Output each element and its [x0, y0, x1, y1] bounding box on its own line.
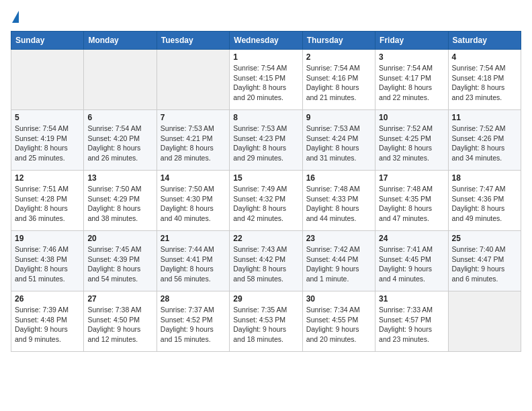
day-info: Sunrise: 7:53 AM Sunset: 4:24 PM Dayligh…	[306, 124, 371, 163]
day-info: Sunrise: 7:45 AM Sunset: 4:39 PM Dayligh…	[87, 244, 152, 284]
day-number: 31	[379, 294, 444, 304]
day-info: Sunrise: 7:42 AM Sunset: 4:44 PM Dayligh…	[306, 244, 371, 284]
column-header-friday: Friday	[375, 32, 448, 50]
day-info: Sunrise: 7:52 AM Sunset: 4:26 PM Dayligh…	[452, 124, 517, 163]
calendar-cell: 1Sunrise: 7:54 AM Sunset: 4:15 PM Daylig…	[230, 50, 302, 110]
day-number: 19	[15, 234, 80, 243]
calendar-table: SundayMondayTuesdayWednesdayThursdayFrid…	[11, 31, 521, 352]
calendar-week-row: 5Sunrise: 7:54 AM Sunset: 4:19 PM Daylig…	[11, 110, 521, 171]
day-info: Sunrise: 7:54 AM Sunset: 4:16 PM Dayligh…	[306, 63, 371, 103]
column-header-thursday: Thursday	[302, 32, 375, 50]
calendar-cell: 4Sunrise: 7:54 AM Sunset: 4:18 PM Daylig…	[448, 50, 521, 110]
day-info: Sunrise: 7:40 AM Sunset: 4:47 PM Dayligh…	[452, 244, 517, 284]
day-number: 17	[379, 173, 444, 183]
calendar-cell: 9Sunrise: 7:53 AM Sunset: 4:24 PM Daylig…	[302, 110, 375, 171]
day-number: 23	[306, 234, 371, 243]
day-number: 4	[452, 52, 517, 62]
calendar-cell	[157, 50, 229, 110]
calendar-cell: 3Sunrise: 7:54 AM Sunset: 4:17 PM Daylig…	[375, 50, 448, 110]
day-info: Sunrise: 7:37 AM Sunset: 4:52 PM Dayligh…	[161, 305, 226, 345]
calendar-cell: 8Sunrise: 7:53 AM Sunset: 4:23 PM Daylig…	[230, 110, 302, 171]
calendar-cell	[84, 50, 157, 110]
day-number: 11	[452, 113, 517, 122]
calendar-cell: 27Sunrise: 7:38 AM Sunset: 4:50 PM Dayli…	[84, 291, 157, 352]
day-info: Sunrise: 7:54 AM Sunset: 4:17 PM Dayligh…	[379, 63, 444, 103]
calendar-cell: 11Sunrise: 7:52 AM Sunset: 4:26 PM Dayli…	[448, 110, 521, 171]
day-number: 30	[306, 294, 371, 304]
day-number: 14	[161, 173, 226, 183]
calendar-cell: 14Sunrise: 7:50 AM Sunset: 4:30 PM Dayli…	[157, 171, 229, 231]
calendar-cell: 2Sunrise: 7:54 AM Sunset: 4:16 PM Daylig…	[302, 50, 375, 110]
day-number: 3	[379, 52, 444, 62]
day-info: Sunrise: 7:54 AM Sunset: 4:19 PM Dayligh…	[15, 124, 80, 163]
column-header-sunday: Sunday	[11, 32, 84, 50]
calendar-cell: 25Sunrise: 7:40 AM Sunset: 4:47 PM Dayli…	[448, 231, 521, 291]
day-info: Sunrise: 7:47 AM Sunset: 4:36 PM Dayligh…	[452, 184, 517, 224]
day-number: 16	[306, 173, 371, 183]
day-info: Sunrise: 7:49 AM Sunset: 4:32 PM Dayligh…	[233, 184, 298, 224]
day-number: 27	[87, 294, 152, 304]
calendar-week-row: 12Sunrise: 7:51 AM Sunset: 4:28 PM Dayli…	[11, 171, 521, 231]
calendar-cell: 21Sunrise: 7:44 AM Sunset: 4:41 PM Dayli…	[157, 231, 229, 291]
day-info: Sunrise: 7:50 AM Sunset: 4:30 PM Dayligh…	[161, 184, 226, 224]
day-info: Sunrise: 7:53 AM Sunset: 4:21 PM Dayligh…	[161, 124, 226, 163]
column-header-wednesday: Wednesday	[230, 32, 302, 50]
calendar-cell: 13Sunrise: 7:50 AM Sunset: 4:29 PM Dayli…	[84, 171, 157, 231]
day-number: 18	[452, 173, 517, 183]
calendar-cell: 6Sunrise: 7:54 AM Sunset: 4:20 PM Daylig…	[84, 110, 157, 171]
calendar-week-row: 1Sunrise: 7:54 AM Sunset: 4:15 PM Daylig…	[11, 50, 521, 110]
calendar-cell: 23Sunrise: 7:42 AM Sunset: 4:44 PM Dayli…	[302, 231, 375, 291]
day-number: 9	[306, 113, 371, 122]
day-number: 7	[161, 113, 226, 122]
day-info: Sunrise: 7:44 AM Sunset: 4:41 PM Dayligh…	[161, 244, 226, 284]
day-info: Sunrise: 7:39 AM Sunset: 4:48 PM Dayligh…	[15, 305, 80, 345]
calendar-cell	[11, 50, 84, 110]
logo-triangle-icon	[12, 11, 19, 23]
column-header-tuesday: Tuesday	[157, 32, 229, 50]
day-info: Sunrise: 7:51 AM Sunset: 4:28 PM Dayligh…	[15, 184, 80, 224]
day-number: 22	[233, 234, 298, 243]
day-number: 6	[87, 113, 152, 122]
day-number: 26	[15, 294, 80, 304]
calendar-header-row: SundayMondayTuesdayWednesdayThursdayFrid…	[11, 32, 521, 50]
calendar-cell: 22Sunrise: 7:43 AM Sunset: 4:42 PM Dayli…	[230, 231, 302, 291]
day-info: Sunrise: 7:35 AM Sunset: 4:53 PM Dayligh…	[233, 305, 298, 345]
calendar-cell: 26Sunrise: 7:39 AM Sunset: 4:48 PM Dayli…	[11, 291, 84, 352]
day-number: 24	[379, 234, 444, 243]
day-number: 2	[306, 52, 371, 62]
calendar-cell: 17Sunrise: 7:48 AM Sunset: 4:35 PM Dayli…	[375, 171, 448, 231]
day-number: 25	[452, 234, 517, 243]
calendar-week-row: 26Sunrise: 7:39 AM Sunset: 4:48 PM Dayli…	[11, 291, 521, 352]
calendar-cell: 5Sunrise: 7:54 AM Sunset: 4:19 PM Daylig…	[11, 110, 84, 171]
day-number: 10	[379, 113, 444, 122]
day-number: 1	[233, 52, 298, 62]
day-number: 28	[161, 294, 226, 304]
calendar-week-row: 19Sunrise: 7:46 AM Sunset: 4:38 PM Dayli…	[11, 231, 521, 291]
day-info: Sunrise: 7:54 AM Sunset: 4:18 PM Dayligh…	[452, 63, 517, 103]
day-info: Sunrise: 7:54 AM Sunset: 4:15 PM Dayligh…	[233, 63, 298, 103]
day-number: 8	[233, 113, 298, 122]
logo	[11, 11, 16, 23]
day-number: 21	[161, 234, 226, 243]
day-info: Sunrise: 7:46 AM Sunset: 4:38 PM Dayligh…	[15, 244, 80, 284]
day-number: 15	[233, 173, 298, 183]
day-info: Sunrise: 7:50 AM Sunset: 4:29 PM Dayligh…	[87, 184, 152, 224]
calendar-cell: 24Sunrise: 7:41 AM Sunset: 4:45 PM Dayli…	[375, 231, 448, 291]
day-number: 13	[87, 173, 152, 183]
calendar-cell: 12Sunrise: 7:51 AM Sunset: 4:28 PM Dayli…	[11, 171, 84, 231]
calendar-cell: 18Sunrise: 7:47 AM Sunset: 4:36 PM Dayli…	[448, 171, 521, 231]
day-number: 12	[15, 173, 80, 183]
day-info: Sunrise: 7:52 AM Sunset: 4:25 PM Dayligh…	[379, 124, 444, 163]
calendar-cell	[448, 291, 521, 352]
calendar-cell: 30Sunrise: 7:34 AM Sunset: 4:55 PM Dayli…	[302, 291, 375, 352]
calendar-cell: 20Sunrise: 7:45 AM Sunset: 4:39 PM Dayli…	[84, 231, 157, 291]
day-info: Sunrise: 7:48 AM Sunset: 4:33 PM Dayligh…	[306, 184, 371, 224]
day-info: Sunrise: 7:34 AM Sunset: 4:55 PM Dayligh…	[306, 305, 371, 345]
day-info: Sunrise: 7:33 AM Sunset: 4:57 PM Dayligh…	[379, 305, 444, 345]
day-info: Sunrise: 7:43 AM Sunset: 4:42 PM Dayligh…	[233, 244, 298, 284]
calendar-cell: 31Sunrise: 7:33 AM Sunset: 4:57 PM Dayli…	[375, 291, 448, 352]
day-info: Sunrise: 7:53 AM Sunset: 4:23 PM Dayligh…	[233, 124, 298, 163]
calendar-cell: 16Sunrise: 7:48 AM Sunset: 4:33 PM Dayli…	[302, 171, 375, 231]
day-info: Sunrise: 7:41 AM Sunset: 4:45 PM Dayligh…	[379, 244, 444, 284]
day-number: 29	[233, 294, 298, 304]
